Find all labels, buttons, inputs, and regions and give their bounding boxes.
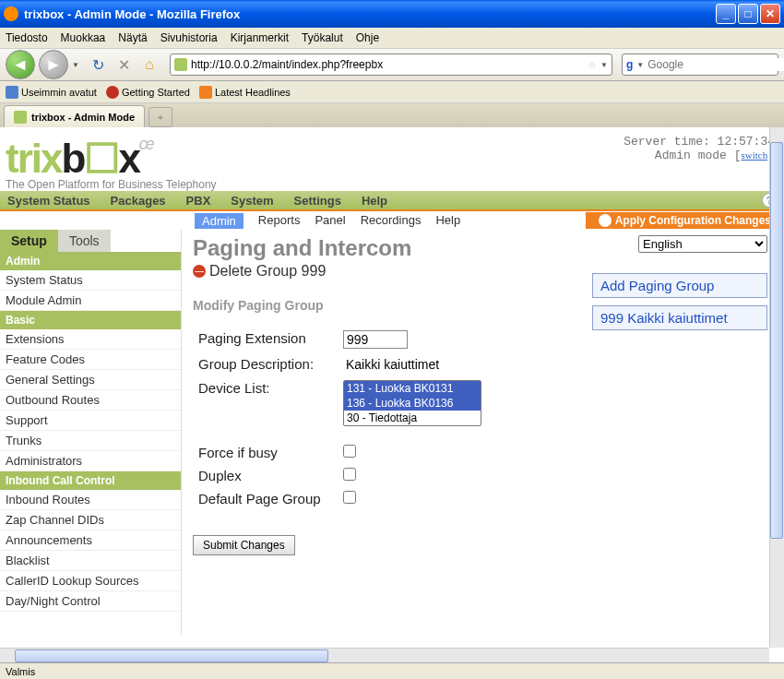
browser-tabbar: trixbox - Admin Mode + xyxy=(0,103,784,127)
sidebar-item-administrators[interactable]: Administrators xyxy=(0,451,181,471)
search-engine-dropdown-icon[interactable]: ▼ xyxy=(636,61,644,69)
sidebar: Setup Tools Admin System Status Module A… xyxy=(0,230,182,636)
bookmark-getting-started[interactable]: Getting Started xyxy=(106,86,190,99)
bookmark-latest-headlines[interactable]: Latest Headlines xyxy=(199,86,291,99)
device-option[interactable]: 136 - Luokka BK0136 xyxy=(344,396,481,411)
tab-recordings[interactable]: Recordings xyxy=(361,213,422,229)
menu-system[interactable]: System xyxy=(231,194,273,208)
sidebar-head-inbound: Inbound Call Control xyxy=(0,471,181,490)
switch-link[interactable]: switch xyxy=(741,149,767,161)
rss-icon xyxy=(199,86,212,99)
menu-packages[interactable]: Packages xyxy=(111,194,166,208)
sidebar-tab-setup[interactable]: Setup xyxy=(0,230,58,252)
window-titlebar: trixbox - Admin Mode - Mozilla Firefox _… xyxy=(0,0,784,28)
menu-help[interactable]: Help xyxy=(362,194,387,208)
main-menu: System Status Packages PBX System Settin… xyxy=(0,191,784,211)
sidebar-item-announcements[interactable]: Announcements xyxy=(0,530,181,551)
vertical-scrollbar[interactable] xyxy=(769,127,784,648)
sidebar-item-zap-channel-dids[interactable]: Zap Channel DIDs xyxy=(0,510,181,530)
language-select[interactable]: English xyxy=(638,235,767,253)
sidebar-item-feature-codes[interactable]: Feature Codes xyxy=(0,350,181,370)
bookmark-most-visited[interactable]: Useimmin avatut xyxy=(6,86,97,99)
sidebar-item-blacklist[interactable]: Blacklist xyxy=(0,551,181,571)
status-bar: Valmis xyxy=(0,662,784,679)
tab-reports[interactable]: Reports xyxy=(258,213,301,229)
browser-menubar: Tiedosto Muokkaa Näytä Sivuhistoria Kirj… xyxy=(0,28,784,48)
menu-help[interactable]: Ohje xyxy=(356,31,379,44)
sub-menu: Admin Reports Panel Recordings Help Appl… xyxy=(0,211,784,230)
paging-group-999-link[interactable]: 999 Kaikki kaiuttimet xyxy=(592,305,767,330)
menu-bookmarks[interactable]: Kirjanmerkit xyxy=(231,31,289,44)
close-button[interactable]: ✕ xyxy=(760,4,780,24)
server-time: Server time: 12:57:34 xyxy=(624,135,775,149)
submit-changes-button[interactable]: Submit Changes xyxy=(193,535,295,555)
force-if-busy-checkbox[interactable] xyxy=(343,445,356,458)
device-list-select[interactable]: 131 - Luokka BK0131 136 - Luokka BK0136 … xyxy=(343,380,481,426)
paging-extension-input[interactable] xyxy=(343,330,408,349)
sidebar-item-inbound-routes[interactable]: Inbound Routes xyxy=(0,490,181,510)
maximize-button[interactable]: □ xyxy=(738,4,758,24)
device-option[interactable]: 30 - Tiedottaja xyxy=(344,411,481,425)
apply-config-button[interactable]: Apply Configuration Changes xyxy=(586,212,784,229)
add-paging-group-link[interactable]: Add Paging Group xyxy=(592,273,767,298)
menu-system-status[interactable]: System Status xyxy=(7,194,90,208)
sidebar-head-basic: Basic xyxy=(0,311,181,329)
horizontal-scrollbar[interactable] xyxy=(0,648,769,662)
history-dropdown-icon[interactable]: ▼ xyxy=(72,61,83,69)
browser-tab[interactable]: trixbox - Admin Mode xyxy=(4,105,145,127)
tab-favicon-icon xyxy=(14,111,27,124)
sidebar-item-extensions[interactable]: Extensions xyxy=(0,329,181,350)
search-box[interactable]: g ▼ 🔍 xyxy=(622,54,778,76)
home-icon[interactable]: ⌂ xyxy=(140,55,159,74)
sidebar-item-support[interactable]: Support xyxy=(0,411,181,431)
sidebar-item-trunks[interactable]: Trunks xyxy=(0,431,181,451)
menu-file[interactable]: Tiedosto xyxy=(6,31,48,44)
sidebar-head-admin: Admin xyxy=(0,252,181,270)
firefox-icon xyxy=(4,6,18,21)
sidebar-item-callerid-lookup[interactable]: CallerID Lookup Sources xyxy=(0,571,181,591)
sidebar-item-system-status[interactable]: System Status xyxy=(0,270,181,291)
slogan: The Open Platform for Business Telephony xyxy=(6,178,217,191)
tab-admin[interactable]: Admin xyxy=(195,213,244,229)
menu-tools[interactable]: Työkalut xyxy=(302,31,343,44)
forward-button[interactable]: ► xyxy=(39,50,68,79)
duplex-label: Duplex xyxy=(195,465,338,486)
group-description-input[interactable] xyxy=(343,356,477,373)
scrollbar-thumb[interactable] xyxy=(15,649,328,662)
menu-edit[interactable]: Muokkaa xyxy=(61,31,106,44)
sidebar-item-module-admin[interactable]: Module Admin xyxy=(0,291,181,311)
duplex-checkbox[interactable] xyxy=(343,468,356,481)
default-page-group-checkbox[interactable] xyxy=(343,491,356,504)
group-description-label: Group Description: xyxy=(195,353,338,375)
menu-settings[interactable]: Settings xyxy=(294,194,341,208)
back-button[interactable]: ◄ xyxy=(6,50,35,79)
menu-pbx[interactable]: PBX xyxy=(186,194,211,208)
sidebar-item-outbound-routes[interactable]: Outbound Routes xyxy=(0,390,181,411)
bug-icon xyxy=(106,86,119,99)
menu-view[interactable]: Näytä xyxy=(118,31,147,44)
search-input[interactable] xyxy=(647,58,784,71)
url-bar[interactable]: ☆ ▼ xyxy=(170,54,612,76)
sidebar-item-general-settings[interactable]: General Settings xyxy=(0,370,181,390)
scrollbar-thumb[interactable] xyxy=(770,142,783,539)
window-title: trixbox - Admin Mode - Mozilla Firefox xyxy=(24,7,716,21)
tab-panel[interactable]: Panel xyxy=(315,213,345,229)
favorite-star-icon[interactable]: ☆ xyxy=(588,59,597,71)
url-input[interactable] xyxy=(191,58,584,71)
minimize-button[interactable]: _ xyxy=(716,4,736,24)
reload-icon[interactable]: ↻ xyxy=(89,55,107,74)
stop-icon[interactable]: ✕ xyxy=(114,55,133,74)
sidebar-tab-tools[interactable]: Tools xyxy=(58,230,111,252)
device-option[interactable]: 131 - Luokka BK0131 xyxy=(344,381,481,396)
force-if-busy-label: Force if busy xyxy=(195,442,338,463)
gear-icon xyxy=(599,214,612,227)
url-dropdown-icon[interactable]: ▼ xyxy=(600,61,608,69)
device-list-label: Device List: xyxy=(195,377,338,429)
tab-help[interactable]: Help xyxy=(435,213,460,229)
status-text: Valmis xyxy=(6,666,35,677)
new-tab-button[interactable]: + xyxy=(148,107,172,127)
default-page-group-label: Default Page Group xyxy=(195,488,338,509)
menu-history[interactable]: Sivuhistoria xyxy=(160,31,218,44)
sidebar-item-day-night[interactable]: Day/Night Control xyxy=(0,591,181,612)
browser-navbar: ◄ ► ▼ ↻ ✕ ⌂ ☆ ▼ g ▼ 🔍 xyxy=(0,48,784,81)
